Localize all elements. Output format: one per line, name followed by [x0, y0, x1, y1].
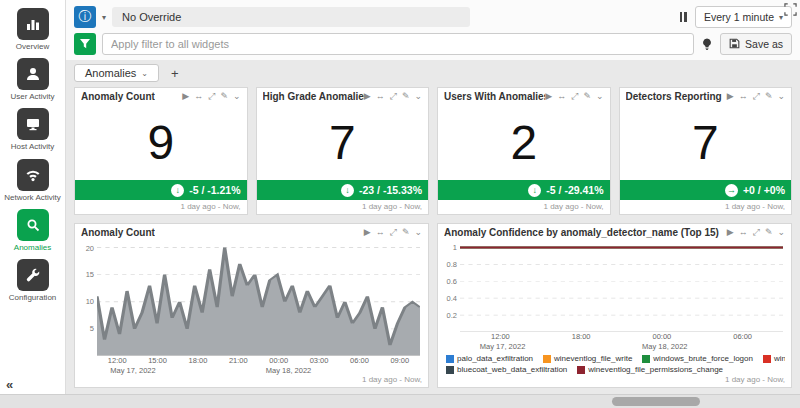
app: Overview User Activity Host Activity Net… [0, 0, 800, 394]
play-icon[interactable]: ▶ [364, 228, 371, 237]
widget-title: Users With Anomalies [444, 91, 545, 102]
sidebar-item-configuration[interactable]: Configuration [0, 259, 65, 302]
filter-input[interactable] [102, 33, 694, 55]
x-tick: 12:00 [491, 332, 510, 342]
date-label: May 18, 2022 [266, 366, 311, 375]
anomaly-count-chart-widget: Anomaly Count ▶ ↔ ⤢ ✎ ⌄ 20 15 10 5 [74, 223, 429, 388]
maximize-icon[interactable]: ⤢ [390, 228, 397, 237]
chart-range-label: 1 day ago - Now, [438, 375, 791, 387]
resize-icon[interactable]: ↔ [739, 228, 748, 237]
legend-item[interactable]: wineventlog_file_write [543, 354, 632, 363]
chart-legend: palo_data_exfiltration wineventlog_file_… [438, 351, 791, 375]
resize-icon[interactable]: ↔ [376, 228, 385, 237]
chevron-down-icon[interactable]: ⌄ [414, 228, 422, 237]
x-tick: 18:00 [572, 332, 591, 342]
trend-arrow-icon: ↓ [528, 184, 541, 197]
resize-icon[interactable]: ↔ [557, 92, 566, 101]
play-icon[interactable]: ▶ [545, 92, 552, 101]
refresh-interval-dropdown[interactable]: Every 1 minute ▾ [695, 6, 792, 28]
x-axis-dates: May 17, 2022 May 18, 2022 [97, 366, 428, 375]
edit-icon[interactable]: ✎ [765, 92, 773, 101]
y-tick: 0.6 [447, 277, 457, 286]
kpi-delta-text: -5 / -1.21% [189, 184, 240, 196]
refresh-interval-label: Every 1 minute [704, 11, 774, 23]
edit-icon[interactable]: ✎ [765, 228, 773, 237]
edit-icon[interactable]: ✎ [402, 92, 410, 101]
save-as-label: Save as [745, 38, 783, 50]
sidebar-item-network-activity[interactable]: Network Activity [0, 159, 65, 202]
chevron-down-icon[interactable]: ⌄ [777, 228, 785, 237]
bar-chart-icon [17, 8, 49, 40]
kpi-value: 7 [620, 105, 792, 180]
maximize-icon[interactable]: ⤢ [753, 228, 760, 237]
legend-item[interactable]: palo_data_exfiltration [446, 354, 533, 363]
play-icon[interactable]: ▶ [182, 92, 189, 101]
toolbar: ⓘ ▾ No Override Every 1 minute ▾ [66, 0, 800, 60]
legend-item[interactable]: bluecoat_web_data_exfiltration [446, 365, 567, 374]
pause-refresh-icon[interactable] [678, 12, 689, 22]
kpi-delta-text: +0 / +0% [743, 184, 785, 196]
date-label: May 17, 2022 [110, 366, 155, 375]
user-icon [17, 58, 49, 90]
horizontal-scrollbar[interactable] [0, 394, 800, 408]
fullscreen-icon[interactable] [784, 2, 797, 20]
override-button[interactable]: ⓘ [74, 6, 96, 28]
widget-toolbar: ▶ ↔ ⤢ ✎ ⌄ [182, 92, 240, 101]
kpi-card-users-with-anomalies: Users With Anomalies ▶ ↔ ⤢ ✎ ⌄ 2 ↓ -5 / … [437, 87, 611, 215]
sidebar-item-host-activity[interactable]: Host Activity [0, 108, 65, 151]
sidebar-item-anomalies[interactable]: Anomalies [0, 209, 65, 252]
widget-title: Anomaly Confidence by anomaly_detector_n… [444, 227, 719, 238]
sidebar-item-label: Network Activity [0, 193, 65, 202]
tab-label: Anomalies [85, 67, 136, 79]
play-icon[interactable]: ▶ [364, 92, 371, 101]
resize-icon[interactable]: ↔ [376, 92, 385, 101]
trend-arrow-icon: → [725, 184, 738, 197]
save-as-button[interactable]: Save as [720, 33, 792, 55]
play-icon[interactable]: ▶ [727, 92, 734, 101]
legend-swatch [446, 355, 454, 363]
override-row: ⓘ ▾ No Override Every 1 minute ▾ [74, 6, 792, 28]
maximize-icon[interactable]: ⤢ [390, 92, 397, 101]
sidebar-item-overview[interactable]: Overview [0, 8, 65, 51]
y-tick: 0.2 [447, 311, 457, 320]
kpi-value: 7 [257, 105, 429, 180]
legend-item[interactable]: wineventl [763, 354, 785, 363]
x-tick: 21:00 [229, 356, 248, 366]
kpi-card-anomaly-count: Anomaly Count ▶ ↔ ⤢ ✎ ⌄ 9 ↓ -5 / -1.21% [74, 87, 248, 215]
add-tab-button[interactable]: + [167, 66, 183, 81]
filter-button[interactable] [74, 33, 96, 55]
widget-toolbar: ▶ ↔ ⤢ ✎ ⌄ [364, 228, 422, 237]
widget-toolbar: ▶ ↔ ⤢ ✎ ⌄ [545, 92, 603, 101]
legend-label: palo_data_exfiltration [457, 354, 533, 363]
override-caret-icon[interactable]: ▾ [102, 13, 106, 22]
edit-icon[interactable]: ✎ [220, 92, 228, 101]
resize-icon[interactable]: ↔ [194, 92, 203, 101]
confidence-plot-area[interactable]: 1 0.8 0.6 0.4 0.2 [460, 243, 783, 332]
maximize-icon[interactable]: ⤢ [571, 92, 578, 101]
resize-icon[interactable]: ↔ [739, 92, 748, 101]
magnifier-icon [17, 209, 49, 241]
override-status: No Override [112, 7, 470, 27]
legend-item[interactable]: wineventlog_file_permissions_change [577, 365, 723, 374]
chevron-down-icon[interactable]: ⌄ [414, 92, 422, 101]
chevron-down-icon[interactable]: ⌄ [777, 92, 785, 101]
scrollbar-thumb[interactable] [612, 397, 700, 406]
x-axis-labels: 12:00 18:00 00:00 06:00 [460, 332, 783, 342]
kpi-delta-bar: ↓ -5 / -29.41% [438, 180, 610, 200]
maximize-icon[interactable]: ⤢ [753, 92, 760, 101]
collapse-sidebar-icon[interactable]: « [6, 377, 13, 392]
tab-anomalies[interactable]: Anomalies ⌄ [74, 64, 159, 82]
maximize-icon[interactable]: ⤢ [208, 92, 215, 101]
y-tick: 0.4 [447, 294, 457, 303]
chevron-down-icon[interactable]: ⌄ [233, 92, 241, 101]
play-icon[interactable]: ▶ [727, 228, 734, 237]
legend-item[interactable]: windows_brute_force_logon [642, 354, 753, 363]
date-label: May 18, 2022 [642, 342, 687, 351]
lightbulb-icon[interactable] [700, 37, 714, 52]
sidebar-item-user-activity[interactable]: User Activity [0, 58, 65, 101]
edit-icon[interactable]: ✎ [402, 228, 410, 237]
anomaly-count-plot-area[interactable]: 20 15 10 5 [97, 243, 420, 356]
chevron-down-icon: ▾ [779, 13, 783, 22]
edit-icon[interactable]: ✎ [583, 92, 591, 101]
chevron-down-icon[interactable]: ⌄ [596, 92, 604, 101]
